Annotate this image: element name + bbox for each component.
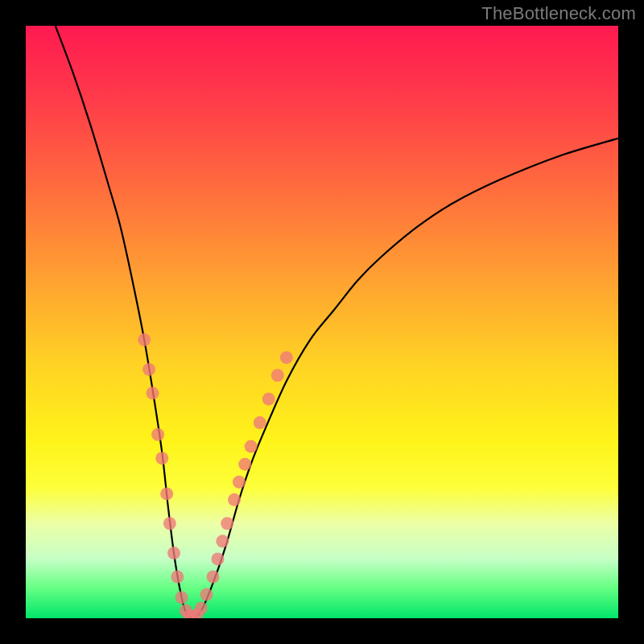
scatter-dot <box>171 570 184 583</box>
scatter-dot <box>160 487 173 500</box>
scatter-dot <box>216 535 229 547</box>
scatter-dot <box>280 351 293 364</box>
scatter-dot <box>167 547 180 559</box>
scatter-dot <box>195 601 208 614</box>
scatter-dot <box>271 369 284 382</box>
scatter-dot <box>175 591 188 604</box>
bottleneck-curve <box>56 26 618 618</box>
scatter-dot <box>233 476 246 489</box>
scatter-dot <box>238 458 251 471</box>
watermark-text: TheBottleneck.com <box>481 3 636 24</box>
curve-layer <box>26 26 618 618</box>
scatter-dot <box>155 452 168 464</box>
scatter-dot <box>163 517 176 530</box>
scatter-dot <box>138 333 151 346</box>
plot-area <box>26 26 618 618</box>
scatter-dot <box>254 416 266 429</box>
scatter-dot <box>211 552 224 565</box>
scatter-dot <box>245 440 258 453</box>
scatter-dot <box>207 570 220 583</box>
scatter-dot <box>221 517 233 530</box>
scatter-dots <box>138 333 293 618</box>
scatter-dot <box>228 493 241 506</box>
scatter-dot <box>200 588 213 601</box>
scatter-dot <box>151 428 164 441</box>
chart-stage: TheBottleneck.com <box>0 0 644 644</box>
scatter-dot <box>262 393 275 406</box>
scatter-dot <box>142 363 155 376</box>
scatter-dot <box>147 386 159 399</box>
